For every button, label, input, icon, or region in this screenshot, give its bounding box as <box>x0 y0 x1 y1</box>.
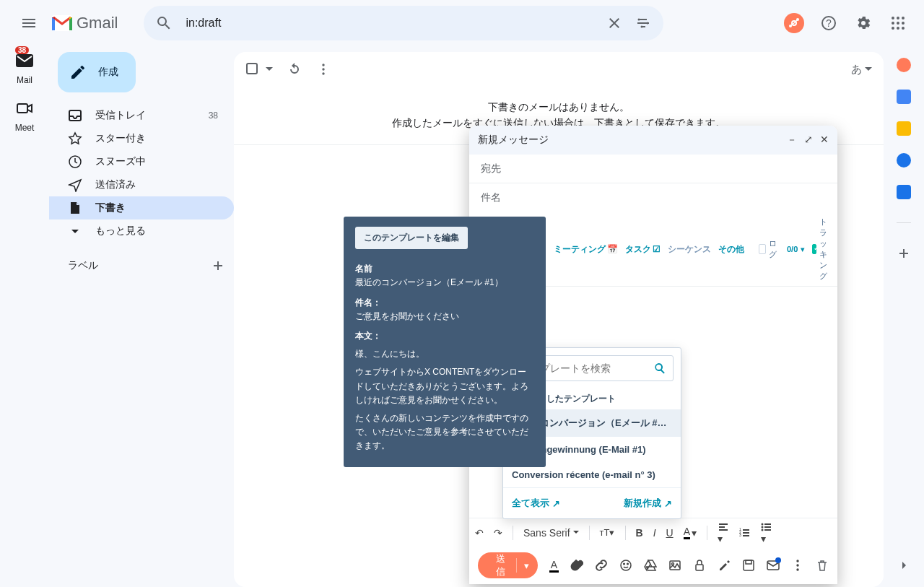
subject-field[interactable]: 件名 <box>469 183 837 212</box>
input-method-dropdown-icon[interactable] <box>865 66 872 73</box>
rail-meet[interactable]: Meet <box>13 97 36 133</box>
edit-template-button[interactable]: このテンプレートを編集 <box>355 227 468 249</box>
redo-icon[interactable]: ↷ <box>494 527 502 539</box>
support-icon[interactable]: ? <box>814 9 843 38</box>
emoji-icon[interactable] <box>619 559 632 572</box>
font-size-icon[interactable]: тT▾ <box>600 527 615 538</box>
sidebar: 作成 受信トレイ 38 スター付き スヌーズ中 送信済み 下書き <box>49 46 234 587</box>
external-link-icon: ↗ <box>664 498 672 509</box>
format-toggle-icon[interactable]: A <box>549 559 559 573</box>
compose-label: 作成 <box>98 66 118 79</box>
hs-assoc-count[interactable]: 0/0▾ <box>787 245 805 254</box>
calendar-addon-icon[interactable] <box>897 90 911 104</box>
send-button[interactable]: 送信 ▾ <box>478 552 538 578</box>
main-menu-button[interactable] <box>12 6 46 40</box>
apps-icon[interactable] <box>884 9 912 38</box>
svg-point-15 <box>902 17 905 19</box>
svg-point-35 <box>761 529 763 531</box>
attach-icon[interactable] <box>570 559 583 572</box>
svg-point-18 <box>902 22 905 25</box>
addons-rail <box>884 46 924 587</box>
undo-icon[interactable]: ↶ <box>475 527 484 539</box>
gmail-logo-text: Gmail <box>77 14 118 32</box>
discard-icon[interactable] <box>816 559 829 572</box>
sidebar-item-inbox[interactable]: 受信トレイ 38 <box>49 104 234 127</box>
close-icon[interactable]: ✕ <box>820 134 829 147</box>
svg-point-19 <box>892 27 894 30</box>
search-icon[interactable] <box>654 362 666 374</box>
ordered-list-icon[interactable]: 123 <box>739 527 751 539</box>
underline-icon[interactable]: U <box>666 527 674 539</box>
minimize-icon[interactable]: － <box>787 134 797 147</box>
text-color-icon[interactable]: A▾ <box>684 526 697 539</box>
collapse-rail-icon[interactable] <box>897 558 911 573</box>
sidebar-item-starred[interactable]: スター付き <box>49 127 234 150</box>
keep-addon-icon[interactable] <box>897 121 911 136</box>
italic-icon[interactable]: I <box>653 527 656 539</box>
compose-button[interactable]: 作成 <box>58 52 136 92</box>
preview-name-value: 最近のコンバージョン（Eメール #1） <box>355 276 534 290</box>
calendar-icon: 📅 <box>607 244 618 254</box>
refresh-icon[interactable] <box>287 62 302 77</box>
bold-icon[interactable]: B <box>636 527 643 539</box>
hs-tasks-button[interactable]: タスク☑ <box>625 243 661 256</box>
rail-mail-label: Mail <box>17 75 32 85</box>
search-icon[interactable] <box>155 14 173 32</box>
search-options-icon[interactable] <box>635 14 652 32</box>
svg-rect-26 <box>247 64 257 74</box>
clear-search-icon[interactable] <box>606 14 623 32</box>
hs-send-later-icon[interactable] <box>767 560 780 570</box>
settings-icon[interactable] <box>849 9 878 38</box>
align-icon[interactable]: ▾ <box>718 521 729 544</box>
header-actions: ? <box>780 9 918 38</box>
search-bar[interactable] <box>144 6 663 40</box>
hs-meetings-button[interactable]: ミーティング📅 <box>554 243 618 256</box>
signature-icon[interactable] <box>718 559 731 572</box>
search-input[interactable] <box>184 16 594 30</box>
select-all-checkbox[interactable] <box>245 62 260 77</box>
svg-text:?: ? <box>826 17 832 29</box>
rail-mail[interactable]: 38 Mail <box>13 49 36 85</box>
fullscreen-icon[interactable]: ⤢ <box>804 134 813 147</box>
hs-log-toggle[interactable]: ログ <box>759 238 780 260</box>
hubspot-addon-icon[interactable] <box>897 58 911 72</box>
meet-icon <box>13 97 36 120</box>
hs-sequences-button[interactable]: シーケンス <box>668 243 711 256</box>
contacts-addon-icon[interactable] <box>897 185 911 199</box>
hs-tracking-toggle[interactable]: トラッキング <box>812 217 833 282</box>
preview-body-p1: 様、こんにちは。 <box>355 347 534 361</box>
link-icon[interactable] <box>595 559 608 572</box>
hs-more-button[interactable]: その他 <box>718 243 744 256</box>
chevron-down-icon <box>68 224 82 238</box>
mail-list-panel: あ 下書きのメールはありません。 作成したメールをすぐに送信しない場合は、下書き… <box>234 52 884 587</box>
image-icon[interactable] <box>668 559 681 572</box>
more-options-icon[interactable] <box>791 559 804 572</box>
svg-point-29 <box>322 72 324 74</box>
add-label-button[interactable] <box>211 258 225 273</box>
send-dropdown-icon[interactable]: ▾ <box>524 560 529 571</box>
sidebar-item-drafts[interactable]: 下書き <box>49 196 234 219</box>
app-header: Gmail ? <box>0 0 924 46</box>
template-create-new[interactable]: 新規作成 ↗ <box>624 497 672 510</box>
template-preview-tooltip: このテンプレートを編集 名前 最近のコンバージョン（Eメール #1） 件名： ご… <box>344 217 546 467</box>
sidebar-item-sent[interactable]: 送信済み <box>49 173 234 196</box>
svg-point-45 <box>796 560 798 562</box>
bullet-list-icon[interactable]: ▾ <box>761 521 772 544</box>
svg-rect-43 <box>746 560 751 564</box>
get-addons-icon[interactable] <box>897 246 911 261</box>
sidebar-item-more[interactable]: もっと見る <box>49 219 234 243</box>
select-dropdown-icon[interactable] <box>266 66 273 73</box>
compose-header[interactable]: 新規メッセージ － ⤢ ✕ <box>469 126 837 155</box>
tasks-addon-icon[interactable] <box>897 153 911 168</box>
svg-rect-23 <box>17 104 27 113</box>
hs-savedraft-icon[interactable] <box>742 559 755 572</box>
font-select[interactable]: Sans Serif <box>523 527 579 539</box>
hubspot-indicator-icon[interactable] <box>780 9 808 38</box>
to-field[interactable]: 宛先 <box>469 155 837 183</box>
input-method-indicator[interactable]: あ <box>851 63 862 77</box>
more-icon[interactable] <box>316 62 331 77</box>
template-view-all[interactable]: 全て表示 ↗ <box>512 497 560 510</box>
sidebar-item-snoozed[interactable]: スヌーズ中 <box>49 150 234 173</box>
confidential-icon[interactable] <box>693 559 706 572</box>
drive-icon[interactable] <box>644 559 657 572</box>
